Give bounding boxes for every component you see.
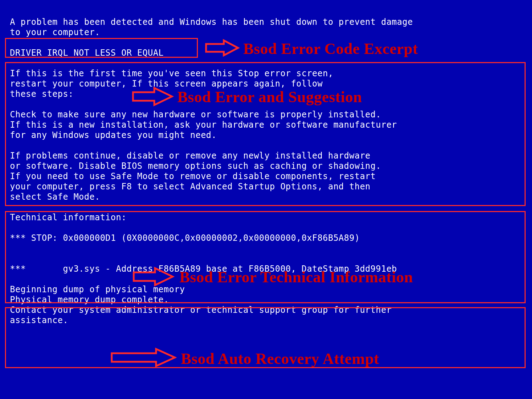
bsod-tech-header: Technical information: (10, 212, 127, 222)
annotation-recovery: Bsod Auto Recovery Attempt (181, 351, 379, 367)
bsod-suggest-3: If problems continue, disable or remove … (10, 151, 381, 202)
bsod-screen: A problem has been detected and Windows … (0, 0, 532, 399)
bsod-error-code: DRIVER_IRQL_NOT_LESS_OR_EQUAL (10, 48, 164, 58)
bsod-dump: Beginning dump of physical memory Physic… (10, 284, 392, 325)
bsod-tech-module: *** gv3.sys - Address F86B5A89 base at F… (10, 264, 397, 274)
bsod-tech-stop: *** STOP: 0x000000D1 (0X0000000C,0x00000… (10, 233, 360, 243)
bsod-suggest-1: If this is the first time you've seen th… (10, 68, 333, 99)
bsod-body-text: A problem has been detected and Windows … (10, 17, 525, 326)
arrow-right-icon (110, 347, 177, 368)
bsod-suggest-2: Check to make sure any new hardware or s… (10, 110, 397, 140)
bsod-intro: A problem has been detected and Windows … (10, 17, 413, 37)
